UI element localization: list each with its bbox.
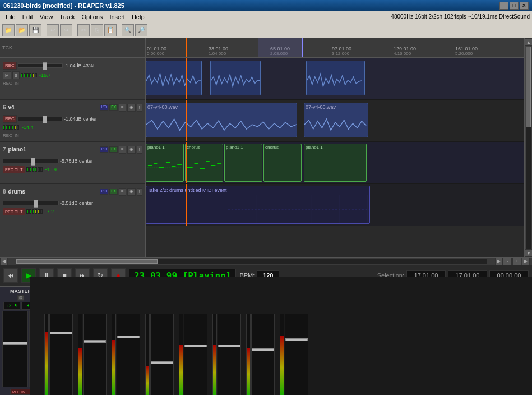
audio-clip-6-2[interactable]: 07-v4-00.wav — [304, 103, 368, 137]
ch-8-fader-knob[interactable] — [285, 338, 308, 341]
audio-clip-1-3[interactable] — [306, 61, 365, 95]
go-start-button[interactable]: ⏮ — [3, 268, 18, 283]
audio-clip-1-2[interactable] — [210, 61, 261, 95]
arrange-track-6[interactable]: 07-v4-00.wav 07-v4-00.wav — [146, 100, 524, 142]
track-8-vol-fader[interactable] — [3, 201, 59, 205]
track-7-icon2[interactable]: ⊕ — [127, 146, 136, 154]
toolbar-zoom-out[interactable]: 🔎 — [135, 24, 147, 36]
scroll-up-arrow[interactable]: ▲ — [525, 38, 532, 46]
track-6-fx[interactable]: FX — [109, 104, 118, 111]
h-scroll-thumb[interactable] — [16, 259, 158, 264]
track-1-rec[interactable]: REC — [3, 62, 17, 70]
ch-1-fader-knob[interactable] — [50, 332, 72, 334]
close-button[interactable]: ✕ — [520, 2, 529, 10]
scroll-left-arrow[interactable]: ◀ — [0, 258, 8, 265]
ruler-mark-4: 97.01.00 3:12.000 — [332, 47, 351, 56]
track-8-fx[interactable]: FX — [109, 189, 118, 195]
ch-8-fader[interactable] — [285, 314, 308, 395]
track-7-rec-out[interactable]: REC OUT — [3, 166, 25, 173]
arrange-track-7[interactable]: piano1 1 chorus — [146, 142, 524, 184]
track-7-vol-fader[interactable] — [3, 159, 59, 163]
track-8-icon1[interactable]: ≡ — [119, 188, 126, 196]
ch-8-vu-fill — [280, 336, 284, 395]
ch-5-fader-knob[interactable] — [184, 345, 207, 347]
v-scroll-track[interactable] — [525, 46, 531, 249]
toolbar-save[interactable]: 💾 — [29, 24, 41, 36]
menu-view[interactable]: View — [36, 13, 57, 21]
timeline-ruler[interactable]: 01.01.00 0:00.000 33.01.00 1:04.000 65.0… — [146, 38, 524, 58]
ch-4-fader[interactable] — [150, 314, 174, 395]
track-7-fx[interactable]: FX — [109, 146, 118, 153]
vertical-scrollbar[interactable]: ▲ ▼ — [524, 38, 532, 257]
track-7-vol-db: -5.75dB center — [60, 158, 93, 164]
h-scroll-track[interactable] — [16, 259, 487, 264]
track-7-io[interactable]: I/O — [100, 146, 108, 153]
audio-clip-1-1[interactable] — [146, 61, 202, 95]
master-rec-in[interactable]: REC IN — [10, 389, 31, 395]
toolbar-zoom-in[interactable]: 🔍 — [122, 24, 134, 36]
menu-options[interactable]: Options — [78, 13, 106, 21]
svg-rect-9 — [200, 168, 205, 169]
track-1-mute[interactable]: M — [3, 71, 11, 79]
ruler-mark-2: 33.01.00 1:04.000 — [209, 47, 228, 56]
minimize-button[interactable]: _ — [499, 2, 508, 10]
track-6-io[interactable]: I/O — [100, 104, 108, 111]
toolbar-paste[interactable]: 📋 — [104, 24, 117, 36]
toolbar-open[interactable]: 📂 — [16, 24, 28, 36]
track-1-vol-db: -1.04dB 43%L — [64, 63, 96, 68]
toolbar-cut[interactable]: ✂ — [77, 24, 90, 36]
ch-3-fader-knob[interactable] — [117, 336, 140, 338]
mixer-area: MASTER ⊡ +2.9 +3.0 REC IN REC OUT Rate: … — [0, 286, 532, 395]
track-8-icon2[interactable]: ⊕ — [127, 188, 136, 196]
toolbar-new[interactable]: 📁 — [2, 24, 15, 36]
main-area: TCK REC -1.04dB 43%L M S — [0, 38, 532, 257]
track-7-num: 7 — [3, 146, 6, 153]
menu-track[interactable]: Track — [56, 13, 78, 21]
ch-2-fader-knob[interactable] — [84, 340, 106, 343]
track-8-io[interactable]: I/O — [100, 189, 108, 195]
menu-file[interactable]: File — [2, 13, 19, 21]
track-6-rec[interactable]: REC — [3, 115, 17, 123]
ch-6-fader-knob[interactable] — [218, 345, 240, 347]
track-panel: TCK REC -1.04dB 43%L M S — [0, 38, 146, 257]
scroll-down-arrow[interactable]: ▼ — [525, 249, 532, 257]
ch-7-fader-knob[interactable] — [252, 348, 274, 351]
horizontal-scrollbar[interactable]: ◀ ▶ - + ▶ — [0, 257, 532, 265]
menu-insert[interactable]: Insert — [106, 13, 128, 21]
mixer-master-channel: MASTER ⊡ +2.9 +3.0 REC IN REC OUT Rate: … — [0, 287, 42, 395]
ch-4-fader-knob[interactable] — [151, 361, 173, 364]
toolbar-undo[interactable]: ↩ — [47, 24, 59, 36]
ch-7-fader[interactable] — [251, 314, 275, 395]
ch-3-fader[interactable] — [117, 314, 140, 395]
track-6-vol-fader[interactable] — [18, 117, 63, 121]
ch-1-fader[interactable] — [49, 314, 73, 395]
toolbar-redo[interactable]: ↪ — [60, 24, 72, 36]
ch-5-fader[interactable] — [184, 314, 207, 395]
scroll-right-arrow[interactable]: ▶ — [495, 258, 503, 265]
maximize-button[interactable]: □ — [510, 2, 519, 10]
ch-2-fader[interactable] — [83, 314, 107, 395]
ch-6-fader[interactable] — [218, 314, 241, 395]
audio-clip-6-1[interactable]: 07-v4-00.wav — [146, 103, 297, 137]
zoom-in-btn[interactable]: + — [512, 258, 521, 265]
track-8-rec-out[interactable]: REC OUT — [3, 208, 25, 215]
zoom-out-btn[interactable]: - — [503, 258, 512, 265]
master-fader[interactable] — [2, 311, 28, 387]
toolbar-copy[interactable]: ⎘ — [91, 24, 103, 36]
arrange-track-1[interactable] — [146, 58, 524, 100]
ruler-mark-5: 129.01.00 4:16.000 — [394, 47, 416, 56]
arrange-track-8[interactable]: Take 2/2: drums untitled MIDI event — [146, 184, 524, 226]
track-1-solo[interactable]: S — [12, 71, 20, 79]
menu-help[interactable]: Help — [128, 13, 148, 21]
master-vu-meter — [29, 311, 39, 387]
v-scroll-thumb[interactable] — [526, 47, 531, 127]
track-7-icon1[interactable]: ≡ — [119, 146, 126, 154]
master-fader-knob[interactable] — [3, 342, 27, 345]
track-1-vol-fader[interactable] — [18, 63, 63, 68]
menu-edit[interactable]: Edit — [19, 13, 36, 21]
track-6-icon1[interactable]: ≡ — [119, 104, 126, 112]
track-6-icon2[interactable]: ⊕ — [127, 104, 136, 112]
midi-clip-8-1[interactable]: Take 2/2: drums untitled MIDI event — [146, 186, 370, 224]
scroll-right-btn2[interactable]: ▶ — [522, 258, 530, 265]
ruler-mark-6: 161.01.00 5:20.000 — [455, 47, 478, 56]
